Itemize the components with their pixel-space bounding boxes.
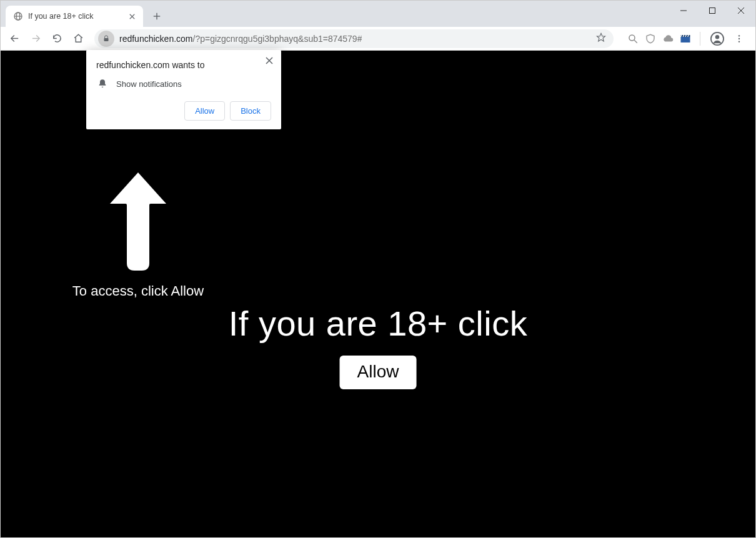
url-domain: redfunchicken.com — [119, 34, 193, 44]
prompt-title: redfunchicken.com wants to — [96, 60, 271, 70]
window-minimize-button[interactable] — [669, 1, 698, 21]
arrow-left-icon — [9, 33, 20, 44]
close-icon — [266, 57, 273, 64]
window-close-button[interactable] — [727, 1, 755, 21]
close-icon — [737, 7, 745, 14]
tab-close-button[interactable] — [127, 11, 137, 21]
page-headline: If you are 18+ click — [1, 303, 755, 344]
extensions-separator — [700, 32, 700, 46]
svg-point-27 — [739, 41, 740, 42]
kebab-icon — [734, 34, 744, 44]
browser-window: If you are 18+ click — [0, 0, 756, 538]
reload-icon — [52, 33, 62, 44]
minimize-icon — [680, 7, 687, 14]
star-icon — [596, 32, 606, 42]
svg-rect-13 — [104, 38, 109, 41]
prompt-close-button[interactable] — [264, 55, 275, 66]
browser-menu-button[interactable] — [732, 31, 747, 46]
window-maximize-button[interactable] — [698, 1, 727, 21]
arrow-right-icon — [31, 33, 41, 44]
bell-icon — [97, 79, 107, 89]
svg-point-25 — [739, 35, 740, 36]
tab-title: If you are 18+ click — [28, 12, 122, 21]
extension-clapper-icon[interactable] — [680, 33, 691, 44]
extension-zoom-icon[interactable] — [627, 33, 639, 44]
titlebar: If you are 18+ click — [1, 1, 755, 27]
nav-forward-button[interactable] — [27, 30, 44, 47]
lock-icon — [102, 35, 110, 42]
browser-tab[interactable]: If you are 18+ click — [6, 6, 143, 27]
extension-shield-icon[interactable] — [645, 33, 656, 44]
arrow-callout: To access, click Allow — [69, 169, 207, 299]
notification-permission-prompt: redfunchicken.com wants to Show notifica… — [86, 50, 281, 129]
prompt-block-button[interactable]: Block — [230, 101, 271, 121]
prompt-allow-button[interactable]: Allow — [184, 101, 225, 121]
close-icon — [129, 14, 135, 19]
svg-point-24 — [715, 35, 719, 39]
svg-rect-8 — [710, 8, 715, 14]
reload-button[interactable] — [48, 30, 66, 47]
plus-icon — [152, 12, 161, 21]
home-button[interactable] — [69, 30, 87, 47]
svg-rect-17 — [681, 37, 690, 42]
access-text: To access, click Allow — [69, 283, 207, 299]
profile-button[interactable] — [709, 31, 725, 47]
arrow-up-icon — [107, 169, 169, 276]
window-controls — [669, 1, 755, 21]
bookmark-button[interactable] — [596, 32, 606, 45]
extension-cloud-icon[interactable] — [662, 33, 674, 44]
page-allow-button[interactable]: Allow — [340, 356, 417, 389]
url-text: redfunchicken.com/?p=gizgcnrqgu5gi3bphay… — [119, 34, 362, 44]
prompt-capability-row: Show notifications — [96, 79, 271, 89]
home-icon — [73, 33, 84, 44]
tab-favicon-globe-icon — [13, 11, 23, 21]
svg-line-16 — [634, 40, 637, 43]
address-bar[interactable]: redfunchicken.com/?p=gizgcnrqgu5gi3bphay… — [94, 29, 614, 48]
avatar-icon — [710, 32, 724, 46]
prompt-capability-text: Show notifications — [116, 79, 182, 89]
new-tab-button[interactable] — [148, 7, 166, 25]
svg-point-15 — [629, 35, 635, 41]
svg-marker-14 — [597, 33, 605, 41]
svg-point-26 — [739, 37, 740, 39]
site-info-button[interactable] — [98, 31, 114, 47]
maximize-icon — [709, 7, 716, 14]
toolbar: redfunchicken.com/?p=gizgcnrqgu5gi3bphay… — [1, 27, 755, 51]
extensions-group — [621, 31, 750, 47]
prompt-actions: Allow Block — [96, 101, 271, 121]
url-path: /?p=gizgcnrqgu5gi3bphayq&sub1=874579# — [193, 34, 362, 44]
nav-back-button[interactable] — [6, 30, 23, 47]
